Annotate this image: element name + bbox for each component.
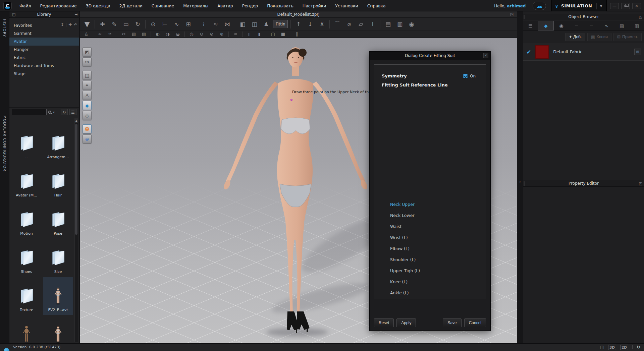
simulate-button[interactable]: ▼ [81, 19, 93, 30]
garment-measure-length-tool[interactable]: ▥ [394, 19, 406, 30]
show-garment-texture-toggle[interactable]: ✂ [83, 57, 92, 66]
apply-button[interactable]: Apply [396, 318, 416, 327]
button-fasten-tool[interactable]: ⊕ [217, 31, 227, 38]
refline-wrist-l[interactable]: Wrist (L) [390, 232, 420, 243]
refline-waist[interactable]: Waist [390, 221, 420, 232]
flatten-b-tool[interactable]: ■ [278, 31, 288, 38]
walk-pose-tool[interactable]: ♙ [81, 31, 91, 38]
library-item-arrangement[interactable]: Arrangem... [43, 124, 73, 162]
library-item-motion[interactable]: Motion [11, 201, 42, 238]
dialog-title-bar[interactable]: Dialog Create Fitting Suit ✕ [370, 52, 490, 60]
fit-raise-tool[interactable]: ↑ [292, 19, 304, 30]
reset-button[interactable]: Reset [374, 318, 394, 327]
separator[interactable] [151, 32, 151, 37]
panel-splitter[interactable]: → [517, 11, 523, 343]
history-rail-tab[interactable]: HISTORY [2, 19, 7, 37]
separator[interactable] [380, 20, 380, 28]
ob-tab-measure[interactable]: ▥ [629, 21, 644, 31]
library-item-pose[interactable]: Pose [43, 201, 73, 238]
copy-fabric-button[interactable]: ▤Копия [587, 33, 611, 41]
fit-place-tool[interactable]: ⊻ [316, 19, 328, 30]
pin-segment-tool[interactable]: ⊢ [159, 19, 171, 30]
mode-selector[interactable]: » SIMULATION ▼ [551, 0, 607, 11]
cancel-button[interactable]: Cancel [464, 318, 486, 327]
refresh-icon[interactable]: ↻ [637, 345, 640, 350]
library-popout-icon[interactable]: ◳ [12, 12, 15, 17]
split-view-icon[interactable]: ◫ [600, 345, 604, 350]
texture-uv-tool[interactable]: ◒ [173, 31, 183, 38]
expand-arrow-icon[interactable]: → [518, 180, 521, 184]
menu-item[interactable]: Настройки [303, 3, 326, 8]
refline-ankle-l[interactable]: Ankle (L) [390, 287, 420, 298]
download-icon[interactable]: ↧ [61, 22, 64, 27]
ob-tab-scene-list[interactable]: ☰ [523, 21, 538, 31]
list-view-button[interactable]: ☰ [69, 109, 76, 115]
ob-tab-button[interactable]: ◉ [554, 21, 569, 31]
avatar-tape-tool[interactable]: ≃ [95, 31, 105, 38]
refline-neck-upper[interactable]: Neck Upper [390, 199, 420, 210]
viewport-popout-icon[interactable]: ◳ [510, 12, 514, 16]
fabric-roll-a-tool[interactable]: ▯ [244, 31, 254, 38]
dialog-close-button[interactable]: ✕ [483, 53, 488, 58]
buttonhole-tool[interactable]: ⊖ [197, 31, 207, 38]
separator[interactable] [145, 20, 146, 28]
select-move-tool[interactable]: ✚ [97, 19, 108, 30]
ob-tab-topstitch[interactable]: ─ [569, 21, 584, 31]
cloud-account-button[interactable]: ☁ c [533, 2, 546, 10]
garment-measure-width-tool[interactable]: ▤ [382, 19, 394, 30]
button-tool[interactable]: ◎ [186, 31, 197, 38]
pin-spacing-tool[interactable]: ∥ [292, 31, 302, 38]
circumference-measure-tool[interactable]: ⌀ [343, 19, 355, 30]
separator[interactable] [196, 20, 196, 28]
menu-item[interactable]: 2Д детали [119, 3, 143, 8]
fitting-suit-button[interactable]: Fittin [273, 20, 288, 28]
separator[interactable] [184, 32, 185, 37]
mode-dropdown-caret-icon[interactable]: ▼ [600, 4, 602, 8]
ob-tab-fold[interactable]: ▤ [614, 21, 629, 31]
separator[interactable] [290, 20, 291, 28]
tape-measure-tool[interactable]: ⌒ [331, 19, 343, 30]
symmetry-checkbox[interactable] [463, 74, 468, 78]
height-measure-tool[interactable]: ⊥ [367, 19, 378, 30]
show-garment-toggle[interactable]: ◫ [83, 71, 92, 80]
show-avatar-mesh-toggle[interactable]: ♙ [83, 91, 92, 100]
fabric-checked-icon[interactable]: ✔ [526, 49, 531, 55]
menu-item[interactable]: Файл [19, 3, 31, 8]
pin-point-tool[interactable]: ⊙ [147, 19, 159, 30]
pattern-clone-tool[interactable]: ▧ [129, 31, 139, 38]
drawn-reference-point[interactable] [290, 99, 292, 101]
scrollbar-thumb[interactable] [75, 124, 77, 235]
fabric-roll-b-tool[interactable]: ▮ [254, 31, 264, 38]
apply-fabric-button[interactable]: ⊞Примен. [613, 33, 642, 41]
render-style-toggle[interactable]: ◩ [83, 47, 92, 56]
fabric-color-swatch[interactable] [535, 45, 549, 59]
refline-upper-tigh-l[interactable]: Upper Tigh (L) [390, 265, 420, 276]
library-category-favorites[interactable]: Favorites ↧ ✚ ↶ [9, 21, 79, 30]
pin-fold-tool[interactable]: ⊞ [182, 19, 194, 30]
minimize-button[interactable]: — [610, 3, 619, 9]
library-collapse-icon[interactable]: ◄ [75, 12, 77, 16]
flatten-a-tool[interactable]: ▢ [268, 31, 278, 38]
sew-free-tool[interactable]: ≈ [210, 19, 221, 30]
refline-knee-l[interactable]: Knee (L) [390, 276, 420, 287]
library-category-hanger[interactable]: Hanger [9, 46, 79, 54]
separator[interactable] [228, 32, 229, 37]
separator[interactable] [242, 32, 243, 37]
search-input[interactable] [12, 109, 47, 115]
undo-icon[interactable]: ↶ [74, 22, 77, 27]
pattern-trace-tool[interactable]: ✂ [119, 31, 129, 38]
separator[interactable] [95, 20, 95, 28]
fit-lower-tool[interactable]: ↓ [304, 19, 316, 30]
select-mesh-tool[interactable]: ✎ [108, 19, 120, 30]
library-category-fabric[interactable]: Fabric [9, 54, 79, 62]
show-fabric-blue-toggle[interactable]: ◆ [83, 101, 92, 110]
show-sewing-toggle[interactable]: ⌖ [83, 81, 92, 90]
ob-tab-fabric[interactable]: ◆ [538, 21, 554, 31]
modular-configurator-rail-tab[interactable]: MODULAR CONFIGURATOR [2, 115, 7, 171]
view-2d-button[interactable]: 2D [620, 345, 628, 350]
fabric-add-icon[interactable]: ⊞ [634, 49, 641, 55]
zipper-tool[interactable]: ≋ [230, 31, 240, 38]
menu-item[interactable]: Материалы [183, 3, 208, 8]
arrangement-points-tool[interactable]: ♟ [260, 19, 272, 30]
separator[interactable] [93, 32, 93, 37]
